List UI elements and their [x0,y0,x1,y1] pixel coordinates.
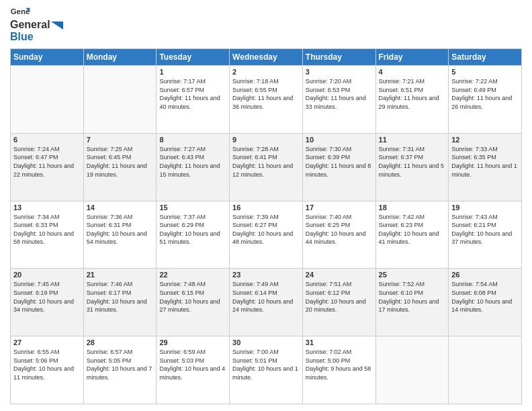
header-thursday: Thursday [302,49,375,66]
calendar-cell: 3Sunrise: 7:20 AM Sunset: 6:53 PM Daylig… [302,66,375,134]
calendar-cell: 23Sunrise: 7:49 AM Sunset: 6:14 PM Dayli… [230,269,303,336]
day-info: Sunrise: 7:22 AM Sunset: 6:49 PM Dayligh… [451,77,519,111]
calendar-cell [375,336,449,404]
calendar-week-row: 6Sunrise: 7:24 AM Sunset: 6:47 PM Daylig… [11,133,522,201]
day-info: Sunrise: 7:49 AM Sunset: 6:14 PM Dayligh… [232,280,300,314]
calendar-cell: 19Sunrise: 7:43 AM Sunset: 6:21 PM Dayli… [449,201,522,269]
calendar-cell: 7Sunrise: 7:25 AM Sunset: 6:45 PM Daylig… [83,133,157,201]
calendar-cell: 28Sunrise: 6:57 AM Sunset: 5:05 PM Dayli… [83,336,157,404]
day-info: Sunrise: 7:51 AM Sunset: 6:12 PM Dayligh… [306,280,373,314]
day-number: 16 [232,203,300,212]
day-number: 1 [159,68,226,76]
day-number: 12 [451,136,519,144]
logo-icon: General [10,7,30,19]
day-info: Sunrise: 7:48 AM Sunset: 6:15 PM Dayligh… [159,280,226,314]
calendar-cell: 21Sunrise: 7:46 AM Sunset: 6:17 PM Dayli… [83,269,157,336]
day-number: 30 [232,338,300,347]
calendar-cell [83,66,157,134]
calendar-cell: 4Sunrise: 7:21 AM Sunset: 6:51 PM Daylig… [375,66,449,134]
day-info: Sunrise: 7:00 AM Sunset: 5:01 PM Dayligh… [232,348,300,381]
day-number: 4 [379,68,446,76]
calendar-cell [449,336,522,404]
day-info: Sunrise: 7:33 AM Sunset: 6:35 PM Dayligh… [451,145,519,179]
header-sunday: Sunday [11,49,84,66]
header-friday: Friday [375,49,449,66]
day-number: 17 [306,203,373,212]
day-number: 26 [451,271,519,279]
logo-triangle-icon [51,21,63,30]
header-monday: Monday [83,49,157,66]
day-number: 13 [13,203,81,212]
day-info: Sunrise: 7:34 AM Sunset: 6:33 PM Dayligh… [13,213,81,246]
day-info: Sunrise: 7:37 AM Sunset: 6:29 PM Dayligh… [159,213,226,246]
calendar-cell: 13Sunrise: 7:34 AM Sunset: 6:33 PM Dayli… [11,201,84,269]
day-number: 25 [379,271,446,279]
calendar-cell: 30Sunrise: 7:00 AM Sunset: 5:01 PM Dayli… [230,336,303,404]
calendar-cell: 31Sunrise: 7:02 AM Sunset: 5:00 PM Dayli… [302,336,375,404]
day-info: Sunrise: 7:18 AM Sunset: 6:55 PM Dayligh… [232,77,300,111]
day-number: 2 [232,68,300,76]
header-tuesday: Tuesday [157,49,230,66]
calendar-week-row: 1Sunrise: 7:17 AM Sunset: 6:57 PM Daylig… [11,66,522,134]
day-info: Sunrise: 7:52 AM Sunset: 6:10 PM Dayligh… [379,280,446,314]
day-number: 19 [451,203,519,212]
day-info: Sunrise: 7:42 AM Sunset: 6:23 PM Dayligh… [379,213,446,246]
day-number: 27 [13,338,81,347]
calendar-cell: 12Sunrise: 7:33 AM Sunset: 6:35 PM Dayli… [449,133,522,201]
day-info: Sunrise: 7:39 AM Sunset: 6:27 PM Dayligh… [232,213,300,246]
day-info: Sunrise: 7:40 AM Sunset: 6:25 PM Dayligh… [306,213,373,246]
logo-blue-text: Blue [10,31,34,42]
header-wednesday: Wednesday [230,49,303,66]
day-info: Sunrise: 7:45 AM Sunset: 6:19 PM Dayligh… [13,280,81,314]
day-info: Sunrise: 7:30 AM Sunset: 6:39 PM Dayligh… [306,145,373,179]
calendar-cell: 25Sunrise: 7:52 AM Sunset: 6:10 PM Dayli… [375,269,449,336]
calendar-cell: 2Sunrise: 7:18 AM Sunset: 6:55 PM Daylig… [230,66,303,134]
calendar-cell: 14Sunrise: 7:36 AM Sunset: 6:31 PM Dayli… [83,201,157,269]
day-info: Sunrise: 7:28 AM Sunset: 6:41 PM Dayligh… [232,145,300,179]
calendar-cell: 20Sunrise: 7:45 AM Sunset: 6:19 PM Dayli… [11,269,84,336]
calendar-week-row: 20Sunrise: 7:45 AM Sunset: 6:19 PM Dayli… [11,269,522,336]
calendar-container: General General Blue Sunday Monday Tuesd… [0,0,532,411]
day-info: Sunrise: 7:54 AM Sunset: 6:08 PM Dayligh… [451,280,519,314]
calendar-cell: 8Sunrise: 7:27 AM Sunset: 6:43 PM Daylig… [157,133,230,201]
day-info: Sunrise: 7:20 AM Sunset: 6:53 PM Dayligh… [306,77,373,111]
day-info: Sunrise: 7:27 AM Sunset: 6:43 PM Dayligh… [159,145,226,179]
day-number: 23 [232,271,300,279]
calendar-table: Sunday Monday Tuesday Wednesday Thursday… [10,48,522,404]
day-info: Sunrise: 7:31 AM Sunset: 6:37 PM Dayligh… [379,145,446,179]
calendar-cell: 17Sunrise: 7:40 AM Sunset: 6:25 PM Dayli… [302,201,375,269]
day-info: Sunrise: 7:46 AM Sunset: 6:17 PM Dayligh… [87,280,154,314]
logo-general-text: General [10,19,50,30]
calendar-cell: 24Sunrise: 7:51 AM Sunset: 6:12 PM Dayli… [302,269,375,336]
calendar-cell: 1Sunrise: 7:17 AM Sunset: 6:57 PM Daylig… [157,66,230,134]
day-number: 6 [13,136,81,144]
day-number: 24 [306,271,373,279]
day-number: 8 [159,136,226,144]
calendar-cell: 15Sunrise: 7:37 AM Sunset: 6:29 PM Dayli… [157,201,230,269]
calendar-cell: 16Sunrise: 7:39 AM Sunset: 6:27 PM Dayli… [230,201,303,269]
day-number: 18 [379,203,446,212]
day-info: Sunrise: 7:43 AM Sunset: 6:21 PM Dayligh… [451,213,519,246]
day-info: Sunrise: 6:59 AM Sunset: 5:03 PM Dayligh… [159,348,226,381]
calendar-cell: 29Sunrise: 6:59 AM Sunset: 5:03 PM Dayli… [157,336,230,404]
day-number: 10 [306,136,373,144]
calendar-cell: 5Sunrise: 7:22 AM Sunset: 6:49 PM Daylig… [449,66,522,134]
day-info: Sunrise: 7:36 AM Sunset: 6:31 PM Dayligh… [87,213,154,246]
calendar-cell: 11Sunrise: 7:31 AM Sunset: 6:37 PM Dayli… [375,133,449,201]
day-number: 11 [379,136,446,144]
day-number: 28 [87,338,154,347]
calendar-cell: 9Sunrise: 7:28 AM Sunset: 6:41 PM Daylig… [230,133,303,201]
header-saturday: Saturday [449,49,522,66]
day-number: 20 [13,271,81,279]
svg-marker-2 [51,21,63,30]
calendar-cell: 6Sunrise: 7:24 AM Sunset: 6:47 PM Daylig… [11,133,84,201]
day-number: 9 [232,136,300,144]
day-number: 21 [87,271,154,279]
calendar-cell: 18Sunrise: 7:42 AM Sunset: 6:23 PM Dayli… [375,201,449,269]
day-number: 22 [159,271,226,279]
calendar-week-row: 27Sunrise: 6:55 AM Sunset: 5:06 PM Dayli… [11,336,522,404]
day-number: 5 [451,68,519,76]
day-number: 31 [306,338,373,347]
calendar-cell: 26Sunrise: 7:54 AM Sunset: 6:08 PM Dayli… [449,269,522,336]
calendar-cell: 27Sunrise: 6:55 AM Sunset: 5:06 PM Dayli… [11,336,84,404]
